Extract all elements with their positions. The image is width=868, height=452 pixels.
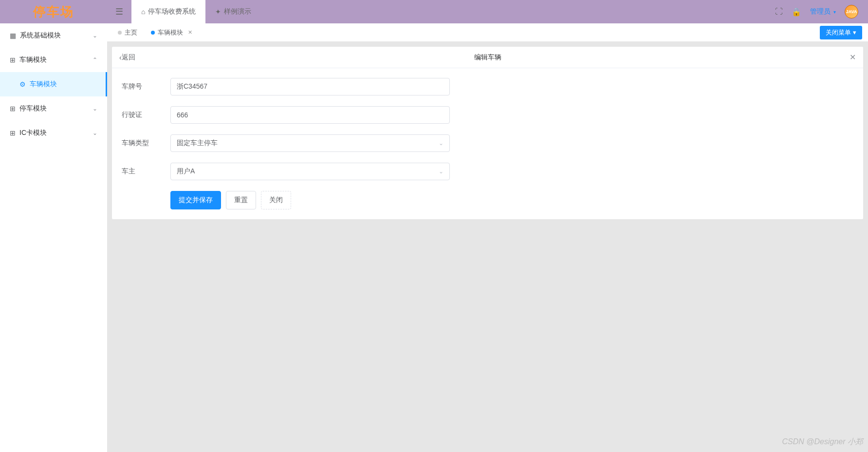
plate-label: 车牌号	[122, 82, 170, 91]
app-container: 停车场 ▦ 系统基础模块 ⌄ ⊞ 车辆模块 ⌃ ⚙ 车辆模块	[0, 0, 868, 452]
close-button[interactable]: 关闭	[261, 191, 291, 209]
main-area: ☰ ⌂ 停车场收费系统 ✦ 样例演示 ⛶ 🔒 管理员 ▾ JAVA	[107, 0, 868, 452]
form-row-plate: 车牌号	[122, 78, 853, 95]
user-name: 管理员	[810, 7, 831, 16]
sidebar-menu: ▦ 系统基础模块 ⌄ ⊞ 车辆模块 ⌃ ⚙ 车辆模块 ⊞ 停车模块	[0, 23, 107, 452]
back-button[interactable]: ‹ 返回	[119, 53, 135, 62]
caret-down-icon: ▾	[833, 9, 836, 15]
hamburger-icon[interactable]: ☰	[107, 0, 131, 23]
vehicle-type-value: 固定车主停车	[177, 139, 218, 148]
logo-text: 停车场	[33, 3, 74, 20]
sparkle-icon: ✦	[215, 8, 221, 16]
tab-label: 主页	[125, 28, 137, 37]
grid-icon: ⊞	[10, 129, 16, 137]
tab-label: 车辆模块	[158, 28, 183, 37]
content-panel: ‹ 返回 编辑车辆 ✕ 车牌号 行驶证 车辆	[112, 47, 863, 219]
nav-tab-demo[interactable]: ✦ 样例演示	[205, 0, 261, 23]
sidebar-label: 系统基础模块	[20, 31, 61, 40]
chevron-down-icon: ⌄	[439, 140, 443, 147]
vehicle-type-select[interactable]: 固定车主停车 ⌄	[170, 134, 450, 152]
home-icon: ⌂	[141, 8, 145, 16]
sidebar-label: IC卡模块	[19, 129, 47, 137]
license-input[interactable]	[170, 106, 450, 124]
button-row: 提交并保存 重置 关闭	[170, 191, 853, 209]
chevron-down-icon: ⌄	[439, 168, 443, 175]
vehicle-type-label: 车辆类型	[122, 139, 170, 148]
gear-icon: ⚙	[19, 80, 26, 88]
avatar[interactable]: JAVA	[845, 5, 858, 19]
topbar-left: ☰ ⌂ 停车场收费系统 ✦ 样例演示	[107, 0, 261, 23]
sidebar-item-parking[interactable]: ⊞ 停车模块 ⌄	[0, 96, 107, 121]
tab-vehicle[interactable]: 车辆模块 ✕	[146, 26, 197, 39]
sidebar-subitem-vehicle[interactable]: ⚙ 车辆模块	[0, 72, 107, 96]
owner-label: 车主	[122, 167, 170, 176]
form-row-owner: 车主 用户A ⌄	[122, 163, 853, 180]
lock-icon[interactable]: 🔒	[792, 7, 801, 17]
content-wrapper: ‹ 返回 编辑车辆 ✕ 车牌号 行驶证 车辆	[107, 42, 868, 452]
chevron-down-icon: ⌄	[92, 32, 97, 39]
tabs-row: 主页 车辆模块 ✕ 关闭菜单 ▾	[107, 23, 868, 42]
close-menu-button[interactable]: 关闭菜单 ▾	[820, 26, 862, 39]
close-icon[interactable]: ✕	[850, 53, 856, 62]
grid-icon: ⊞	[10, 105, 16, 113]
nav-tab-label: 样例演示	[224, 7, 251, 16]
reset-button[interactable]: 重置	[226, 191, 256, 209]
tab-indicator-icon	[118, 31, 122, 35]
plate-input[interactable]	[170, 78, 450, 95]
owner-select[interactable]: 用户A ⌄	[170, 163, 450, 180]
sidebar-item-vehicle[interactable]: ⊞ 车辆模块 ⌃	[0, 48, 107, 72]
close-icon[interactable]: ✕	[188, 29, 192, 36]
nav-tab-system[interactable]: ⌂ 停车场收费系统	[131, 0, 205, 23]
chevron-up-icon: ⌃	[92, 56, 97, 63]
close-menu-label: 关闭菜单	[826, 28, 851, 37]
license-label: 行驶证	[122, 111, 170, 119]
owner-value: 用户A	[177, 167, 195, 176]
watermark: CSDN @Designer 小郑	[782, 437, 864, 447]
submit-button[interactable]: 提交并保存	[170, 191, 221, 209]
chevron-down-icon: ⌄	[92, 130, 97, 136]
user-dropdown[interactable]: 管理员 ▾	[810, 7, 836, 16]
form-body: 车牌号 行驶证 车辆类型 固定车主停车 ⌄	[112, 68, 863, 219]
fullscreen-icon[interactable]: ⛶	[775, 7, 783, 16]
sidebar-item-system[interactable]: ▦ 系统基础模块 ⌄	[0, 23, 107, 48]
form-row-license: 行驶证	[122, 106, 853, 124]
grid-icon: ⊞	[10, 56, 16, 64]
panel-header: ‹ 返回 编辑车辆 ✕	[112, 47, 863, 68]
grid-icon: ▦	[10, 32, 16, 39]
back-label: 返回	[122, 53, 135, 62]
tab-indicator-icon	[151, 31, 155, 35]
sidebar-item-iccard[interactable]: ⊞ IC卡模块 ⌄	[0, 121, 107, 145]
topbar: ☰ ⌂ 停车场收费系统 ✦ 样例演示 ⛶ 🔒 管理员 ▾ JAVA	[107, 0, 868, 23]
form-row-vehicle-type: 车辆类型 固定车主停车 ⌄	[122, 134, 853, 152]
sidebar-label: 车辆模块	[19, 56, 47, 64]
tabs-left: 主页 车辆模块 ✕	[113, 26, 197, 39]
panel-title: 编辑车辆	[474, 53, 501, 62]
logo-area: 停车场	[0, 0, 107, 23]
caret-down-icon: ▾	[853, 29, 856, 36]
topbar-right: ⛶ 🔒 管理员 ▾ JAVA	[775, 5, 858, 19]
sidebar-label: 停车模块	[19, 104, 47, 113]
chevron-down-icon: ⌄	[92, 105, 97, 112]
tab-home[interactable]: 主页	[113, 26, 142, 39]
nav-tab-label: 停车场收费系统	[148, 7, 196, 16]
avatar-text: JAVA	[846, 9, 857, 14]
submenu-label: 车辆模块	[30, 80, 57, 89]
sidebar: 停车场 ▦ 系统基础模块 ⌄ ⊞ 车辆模块 ⌃ ⚙ 车辆模块	[0, 0, 107, 452]
